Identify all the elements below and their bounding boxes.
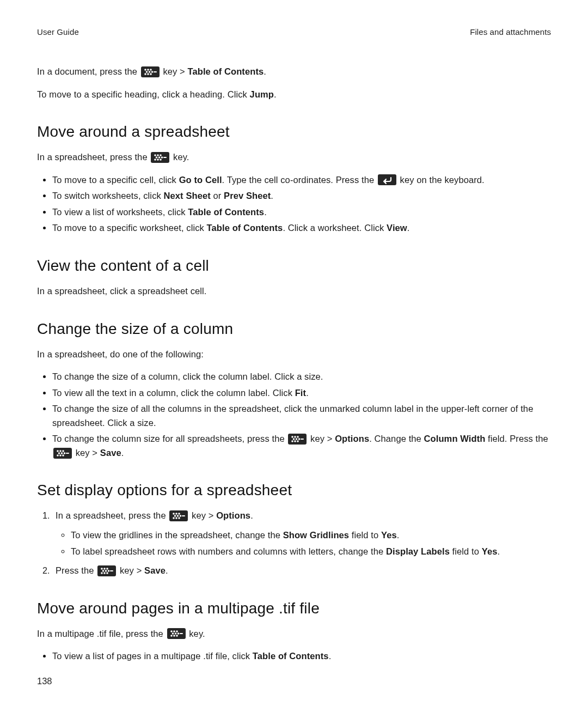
list-item: In a spreadsheet, press the key > Option… bbox=[52, 509, 551, 558]
tif-list: To view a list of pages in a multipage .… bbox=[37, 649, 551, 664]
menu-key-icon bbox=[288, 434, 307, 445]
heading-tif: Move around pages in a multipage .tif fi… bbox=[37, 600, 551, 617]
list-item: To view the gridlines in the spreadsheet… bbox=[71, 528, 551, 543]
view-cell-text: In a spreadsheet, click a spreadsheet ce… bbox=[37, 284, 551, 299]
header-right: Files and attachments bbox=[470, 27, 551, 36]
display-sublist: To view the gridlines in the spreadsheet… bbox=[56, 528, 551, 558]
list-item: To view all the text in a column, click … bbox=[52, 386, 551, 400]
list-item: To label spreadsheet rows with numbers a… bbox=[71, 545, 551, 559]
list-item: To change the column size for all spread… bbox=[52, 432, 551, 460]
spreadsheet-intro: In a spreadsheet, press the key. bbox=[37, 150, 551, 165]
menu-key-icon bbox=[97, 565, 116, 576]
page-number: 138 bbox=[37, 676, 52, 686]
list-item: Press the key > Save. bbox=[52, 564, 551, 578]
heading-move-spreadsheet: Move around a spreadsheet bbox=[37, 123, 551, 141]
intro-line-2: To move to a specific heading, click a h… bbox=[37, 88, 551, 102]
list-item: To view a list of worksheets, click Tabl… bbox=[52, 205, 551, 220]
tif-intro: In a multipage .tif file, press the key. bbox=[37, 627, 551, 641]
menu-key-icon bbox=[53, 448, 72, 459]
spreadsheet-list: To move to a specific cell, click Go to … bbox=[37, 173, 551, 235]
list-item: To move to a specific cell, click Go to … bbox=[52, 173, 551, 187]
list-item: To change the size of a column, click th… bbox=[52, 370, 551, 384]
column-list: To change the size of a column, click th… bbox=[37, 370, 551, 460]
menu-key-icon bbox=[169, 510, 188, 521]
list-item: To change the size of all the columns in… bbox=[52, 402, 551, 430]
list-item: To switch worksheets, click Next Sheet o… bbox=[52, 189, 551, 203]
menu-key-icon bbox=[151, 152, 169, 163]
list-item: To view a list of pages in a multipage .… bbox=[52, 649, 551, 664]
intro-line-1: In a document, press the key > Table of … bbox=[37, 65, 551, 79]
header-left: User Guide bbox=[37, 27, 79, 36]
enter-key-icon bbox=[378, 174, 396, 185]
column-intro: In a spreadsheet, do one of the followin… bbox=[37, 348, 551, 362]
heading-view-cell: View the content of a cell bbox=[37, 257, 551, 275]
menu-key-icon bbox=[141, 66, 160, 77]
heading-change-column: Change the size of a column bbox=[37, 320, 551, 338]
menu-key-icon bbox=[167, 628, 186, 639]
display-steps: In a spreadsheet, press the key > Option… bbox=[37, 509, 551, 577]
list-item: To move to a specific worksheet, click T… bbox=[52, 221, 551, 235]
heading-display-options: Set display options for a spreadsheet bbox=[37, 482, 551, 499]
